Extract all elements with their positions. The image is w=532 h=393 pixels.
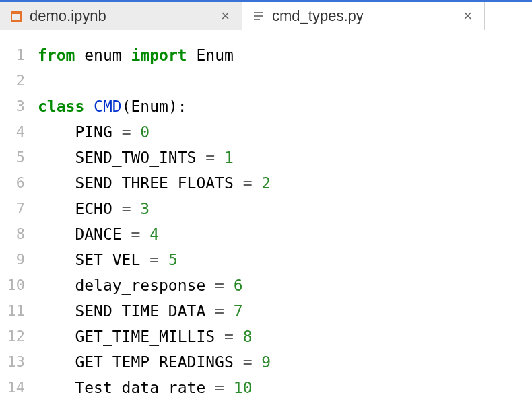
code-token <box>234 328 243 345</box>
code-token <box>84 98 94 115</box>
code-token <box>131 123 140 141</box>
code-line[interactable]: Test_data_rate = 10 <box>38 375 532 393</box>
svg-rect-1 <box>11 11 21 14</box>
code-token: = <box>205 149 215 166</box>
code-token: GET_TEMP_READINGS <box>38 353 243 371</box>
line-number: 4 <box>0 119 32 145</box>
close-icon[interactable]: × <box>461 7 475 25</box>
line-number: 2 <box>0 68 32 94</box>
code-token: ECHO <box>38 200 122 217</box>
line-number: 3 <box>0 94 32 119</box>
code-editor[interactable]: 1234567891011121314 from enum import Enu… <box>0 30 532 393</box>
code-token: = <box>215 379 224 393</box>
code-token <box>75 46 84 64</box>
tab-label: demo.ipynb <box>30 7 211 25</box>
code-token: 1 <box>224 149 234 166</box>
code-token: 0 <box>140 123 149 141</box>
code-line[interactable]: from enum import Enum <box>38 42 532 68</box>
line-number: 9 <box>0 247 32 273</box>
code-token: SEND_TWO_INTS <box>38 149 205 166</box>
line-number: 8 <box>0 221 32 247</box>
code-token: = <box>215 302 224 320</box>
code-token: = <box>215 277 224 294</box>
line-number: 5 <box>0 145 32 170</box>
code-line[interactable]: DANCE = 4 <box>38 221 532 247</box>
text-cursor <box>38 46 38 65</box>
code-token: = <box>243 353 253 371</box>
line-number: 1 <box>0 42 32 68</box>
code-token: (Enum): <box>122 98 187 115</box>
code-line[interactable]: SEND_THREE_FLOATS = 2 <box>38 170 532 196</box>
line-number: 14 <box>0 375 32 393</box>
code-token: 6 <box>234 277 243 294</box>
tab-bar: demo.ipynb × cmd_types.py × <box>0 2 532 30</box>
code-token: = <box>243 174 253 192</box>
code-token <box>140 225 149 243</box>
code-token: 5 <box>168 251 178 269</box>
code-token: Enum <box>196 46 233 64</box>
code-token: 2 <box>261 174 271 192</box>
line-number: 12 <box>0 324 32 349</box>
code-token: delay_response <box>38 277 215 294</box>
code-token <box>224 379 234 393</box>
code-line[interactable]: GET_TEMP_READINGS = 9 <box>38 349 532 375</box>
code-token: class <box>38 98 84 115</box>
code-token: 8 <box>243 328 253 345</box>
code-token <box>131 200 140 217</box>
code-token: = <box>131 225 140 243</box>
line-number: 13 <box>0 349 32 375</box>
code-token: = <box>149 251 159 269</box>
code-token: import <box>131 46 187 64</box>
code-line[interactable]: class CMD(Enum): <box>38 94 532 119</box>
code-line[interactable]: SET_VEL = 5 <box>38 247 532 273</box>
tab-demo-ipynb[interactable]: demo.ipynb × <box>0 2 242 30</box>
code-token: Test_data_rate <box>38 379 215 393</box>
code-token <box>224 302 234 320</box>
close-icon[interactable]: × <box>218 7 232 25</box>
code-token: 9 <box>261 353 271 371</box>
line-number-gutter: 1234567891011121314 <box>0 30 32 393</box>
code-token <box>122 46 131 64</box>
code-token <box>215 149 224 166</box>
tab-cmd-types-py[interactable]: cmd_types.py × <box>242 2 485 30</box>
code-token: = <box>122 200 131 217</box>
code-token <box>224 277 234 294</box>
code-token: CMD <box>94 98 122 115</box>
code-token <box>187 46 197 64</box>
line-number: 7 <box>0 196 32 221</box>
code-token: = <box>122 123 131 141</box>
code-token <box>253 353 262 371</box>
code-line[interactable]: PING = 0 <box>38 119 532 145</box>
code-token: from <box>38 46 75 64</box>
code-token: SEND_TIME_DATA <box>38 302 215 320</box>
line-number: 11 <box>0 298 32 324</box>
code-token: 10 <box>234 379 253 393</box>
code-token: DANCE <box>38 225 131 243</box>
code-token: 7 <box>234 302 243 320</box>
code-line[interactable]: GET_TIME_MILLIS = 8 <box>38 324 532 349</box>
code-token: 3 <box>140 200 149 217</box>
notebook-icon <box>9 9 23 23</box>
code-token: = <box>224 328 234 345</box>
code-token <box>253 174 262 192</box>
code-line[interactable]: SEND_TIME_DATA = 7 <box>38 298 532 324</box>
code-token: SEND_THREE_FLOATS <box>38 174 243 192</box>
code-line[interactable]: SEND_TWO_INTS = 1 <box>38 145 532 170</box>
python-file-icon <box>252 9 265 23</box>
line-number: 10 <box>0 273 32 298</box>
code-line[interactable] <box>38 68 532 94</box>
code-area[interactable]: from enum import Enumclass CMD(Enum): PI… <box>32 30 532 393</box>
line-number: 6 <box>0 170 32 196</box>
code-token: SET_VEL <box>38 251 149 269</box>
code-token: PING <box>38 123 122 141</box>
tab-label: cmd_types.py <box>272 7 454 25</box>
code-token: 4 <box>149 225 159 243</box>
code-line[interactable]: delay_response = 6 <box>38 273 532 298</box>
code-line[interactable]: ECHO = 3 <box>38 196 532 221</box>
code-token: GET_TIME_MILLIS <box>38 328 224 345</box>
code-token: enum <box>84 46 121 64</box>
code-token <box>159 251 168 269</box>
